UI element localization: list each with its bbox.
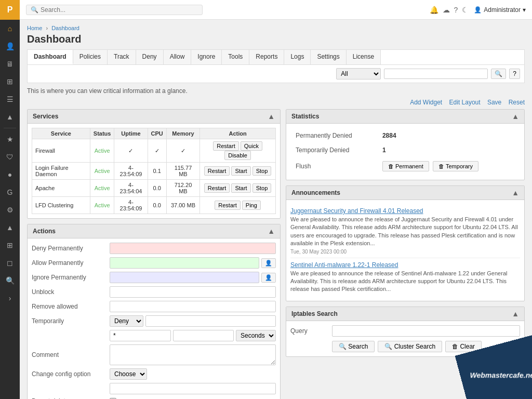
temporarily-seconds-input[interactable]: [173, 330, 234, 341]
service-status: Active: [90, 197, 114, 214]
comment-textarea[interactable]: [110, 344, 276, 365]
save-link[interactable]: Save: [487, 99, 501, 106]
sidebar-icon-expand[interactable]: ›: [0, 289, 20, 307]
sidebar-icon-shield[interactable]: 🛡: [0, 148, 20, 166]
change-config-select[interactable]: Choose: [110, 368, 147, 380]
announcements-collapse-btn[interactable]: ▲: [512, 189, 519, 197]
start-btn-2[interactable]: Start: [231, 183, 250, 193]
breadcrumb-dashboard[interactable]: Dashboard: [51, 25, 79, 31]
stop-btn-2[interactable]: Stop: [252, 183, 272, 193]
sidebar-icon-star[interactable]: ★: [0, 130, 20, 148]
service-actions: Restart Start Stop: [200, 180, 276, 197]
start-btn-1[interactable]: Start: [231, 166, 250, 176]
sidebar-icon-home[interactable]: ⌂: [0, 20, 20, 37]
tab-settings[interactable]: Settings: [311, 50, 346, 64]
search-icon: 🔍: [31, 6, 38, 14]
temporarily-action-select[interactable]: Deny Allow Ignore: [110, 315, 143, 327]
temporarily-unit-input[interactable]: [110, 330, 171, 341]
announcement-title-0[interactable]: Juggernaut Security and Firewall 4.01 Re…: [290, 207, 520, 215]
global-help-button[interactable]: ?: [509, 69, 520, 79]
announcement-title-1[interactable]: Sentinel Anti-malware 1.22-1 Released: [290, 261, 520, 269]
edit-layout-link[interactable]: Edit Layout: [449, 99, 481, 106]
tab-track[interactable]: Track: [108, 50, 136, 64]
disable-btn-0[interactable]: Disable: [224, 151, 251, 160]
tab-policies[interactable]: Policies: [73, 50, 108, 64]
moon-icon[interactable]: ☾: [462, 6, 469, 14]
add-widget-link[interactable]: Add Widget: [410, 99, 442, 106]
tab-tools[interactable]: Tools: [222, 50, 249, 64]
iptables-clear-btn[interactable]: 🗑 Clear: [445, 341, 482, 352]
global-search-input[interactable]: [384, 69, 488, 79]
deny-permanently-row: Deny Permanently: [32, 243, 276, 254]
quick-btn-0[interactable]: Quick: [241, 141, 262, 151]
restart-btn-0[interactable]: Restart: [213, 141, 238, 151]
tab-deny[interactable]: Deny: [136, 50, 164, 64]
allow-permanently-input[interactable]: [110, 257, 259, 269]
iptables-cluster-search-btn[interactable]: 🔍 Cluster Search: [378, 341, 442, 352]
sidebar-icon-monitor[interactable]: 🖥: [0, 55, 20, 73]
permanently-denied-label: Permanently Denied: [291, 129, 377, 142]
global-search-button[interactable]: 🔍: [491, 69, 506, 79]
restart-btn-2[interactable]: Restart: [204, 183, 230, 193]
sidebar-icon-grid[interactable]: ⊞: [0, 236, 20, 254]
sidebar-icon-box[interactable]: ◻: [0, 254, 20, 272]
stop-btn-1[interactable]: Stop: [252, 166, 272, 176]
sidebar-icon-user[interactable]: 👤: [0, 37, 20, 55]
topbar-search-input[interactable]: [41, 6, 198, 14]
remove-allowed-input[interactable]: [110, 301, 276, 312]
tab-logs[interactable]: Logs: [284, 50, 311, 64]
widget-actions: Add Widget Edit Layout Save Reset: [27, 99, 525, 106]
temporarily-label: Temporarily: [32, 317, 110, 325]
sidebar-icon-g[interactable]: G: [0, 183, 20, 201]
tab-dashboard[interactable]: Dashboard: [28, 50, 73, 64]
announcements-panel-body: Juggernaut Security and Firewall 4.01 Re…: [286, 200, 524, 301]
iptables-search-btn[interactable]: 🔍 Search: [332, 341, 375, 352]
unblock-input[interactable]: [110, 286, 276, 298]
ignore-user-btn[interactable]: 👤: [261, 273, 276, 283]
sidebar-icon-circle[interactable]: ●: [0, 166, 20, 183]
ignore-permanently-input[interactable]: [110, 272, 259, 283]
restart-btn-3[interactable]: Restart: [215, 201, 240, 210]
allow-user-btn[interactable]: 👤: [261, 258, 276, 268]
services-collapse-btn[interactable]: ▲: [268, 112, 275, 121]
sidebar-icon-gear[interactable]: ⚙: [0, 201, 20, 219]
deny-permanently-input[interactable]: [110, 243, 276, 254]
announcement-item-0: Juggernaut Security and Firewall 4.01 Re…: [290, 204, 520, 258]
sidebar-icon-search2[interactable]: 🔍: [0, 272, 20, 289]
iptables-collapse-btn[interactable]: ▲: [512, 310, 519, 318]
cloud-icon[interactable]: ☁: [443, 6, 450, 14]
iptables-query-input[interactable]: [332, 325, 520, 337]
sidebar-icon-up2[interactable]: ▲: [0, 219, 20, 236]
sidebar-icon-list[interactable]: ☰: [0, 90, 20, 108]
topbar-user[interactable]: 👤 Administrator ▾: [474, 6, 526, 14]
breadcrumb-home[interactable]: Home: [27, 25, 42, 31]
reset-link[interactable]: Reset: [509, 99, 525, 106]
flush-temporary-btn[interactable]: 🗑 Temporary: [433, 161, 478, 171]
iptables-title: Iptables Search: [291, 310, 338, 317]
search-category-select[interactable]: All IP Domain Username: [336, 68, 381, 79]
help-icon[interactable]: ?: [454, 6, 458, 14]
temporarily-seconds-select[interactable]: Seconds Minutes Hours Days: [236, 330, 276, 341]
username: Administrator: [484, 6, 521, 14]
announcements-panel-header: Announcements ▲: [286, 186, 524, 200]
flush-permanent-btn[interactable]: 🗑 Permanent: [382, 161, 429, 171]
actions-collapse-btn[interactable]: ▲: [268, 227, 275, 235]
restart-btn-1[interactable]: Restart: [204, 166, 230, 176]
chevron-down-icon: ▾: [523, 6, 526, 14]
tab-allow[interactable]: Allow: [164, 50, 192, 64]
statistics-collapse-btn[interactable]: ▲: [512, 112, 519, 121]
col-action: Action: [200, 128, 276, 139]
col-status: Status: [90, 128, 114, 139]
temporarily-value-input[interactable]: [145, 315, 276, 327]
bell-icon[interactable]: 🔔: [430, 6, 438, 14]
ping-btn-3[interactable]: Ping: [242, 201, 261, 210]
sidebar-icon-up[interactable]: ▲: [0, 108, 20, 126]
change-config-value-input[interactable]: [110, 383, 276, 394]
statistics-panel-body: Permanently Denied 2884 Temporarily Deni…: [286, 124, 524, 180]
sidebar-icon-apps[interactable]: ⊞: [0, 73, 20, 90]
topbar-search-box[interactable]: 🔍: [26, 5, 203, 15]
tab-ignore[interactable]: Ignore: [191, 50, 222, 64]
tab-license[interactable]: License: [347, 50, 381, 64]
service-uptime: 4-23:54:09: [114, 163, 148, 180]
tab-reports[interactable]: Reports: [249, 50, 284, 64]
